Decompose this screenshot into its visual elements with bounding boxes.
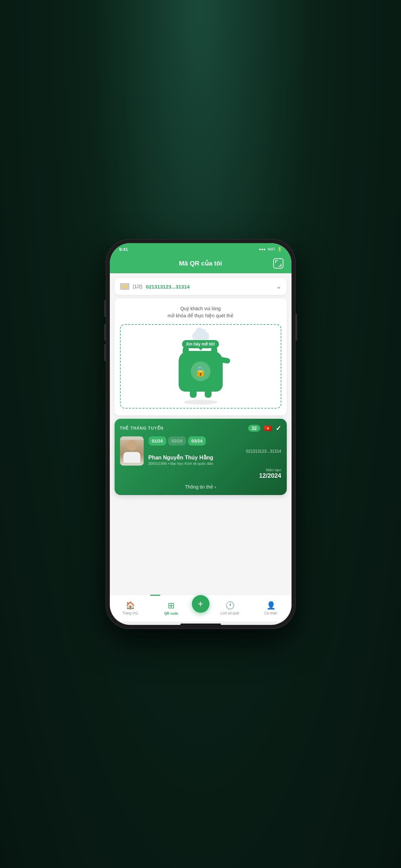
- month-badges: 01/24 02/24 03/24: [148, 436, 281, 446]
- membership-card: THẺ THÁNG TUYẾN 32 🇻🇳 ✓: [115, 419, 287, 495]
- card-info: 01/24 02/24 03/24 021313123...31314 Phan…: [148, 436, 281, 479]
- home-icon: 🏠: [126, 601, 135, 610]
- speech-bubble: Xin hãy mở tôi!: [182, 340, 219, 348]
- fab-add-button[interactable]: +: [192, 595, 209, 613]
- fab-plus-icon: +: [198, 599, 203, 609]
- mascot-shadow: [184, 400, 218, 405]
- month-badge-02: 02/24: [168, 436, 186, 446]
- card-chip-icon: [120, 283, 129, 290]
- dashed-qr-area: 😢 😢 Xin hãy mở tôi! 🔒: [120, 324, 281, 409]
- nav-item-qrcode[interactable]: ⊞ QR code: [151, 601, 192, 615]
- card-body: 01/24 02/24 03/24 021313123...31314 Phan…: [120, 436, 281, 479]
- flag-icon: 🇻🇳: [264, 424, 272, 432]
- nav-item-history[interactable]: 🕐 Lịch sử quét: [209, 601, 250, 615]
- status-bar: 9:41 ●●● WiFi 🔋: [110, 243, 292, 255]
- card-photo-img: [120, 440, 144, 466]
- wifi-icon: WiFi: [268, 247, 275, 251]
- card-photo: [120, 436, 144, 466]
- leg-right: [205, 390, 212, 398]
- signal-icon: ●●●: [259, 247, 266, 251]
- phone-frame: 9:41 ●●● WiFi 🔋 Mã QR của tôi (1/2) 0213…: [106, 239, 296, 629]
- card-footer-arrow: ›: [215, 484, 216, 490]
- qrcode-icon: ⊞: [168, 601, 175, 610]
- card-footer-text: Thông tin thẻ: [185, 484, 213, 490]
- card-expiry-label: Niên hạn: [266, 468, 281, 472]
- nav-label-profile: Cá nhân: [264, 611, 277, 615]
- status-time: 9:41: [119, 247, 128, 252]
- card-number: 021313123...31314: [146, 284, 189, 290]
- lock-icon: 🔒: [195, 366, 206, 377]
- mascot-lock-circle: 🔒: [191, 361, 210, 381]
- month-badge-01: 01/24: [148, 436, 166, 446]
- home-indicator: [180, 624, 221, 625]
- leg-left: [190, 390, 197, 398]
- nav-active-indicator: [150, 595, 160, 596]
- mascot-tail: [219, 357, 230, 364]
- main-content: (1/2) 021313123...31314 ⌄ Quý khách vui …: [110, 273, 292, 594]
- battery-icon: 🔋: [277, 247, 282, 252]
- cloud-icon: [192, 332, 209, 341]
- header: Mã QR của tôi: [110, 255, 292, 273]
- chevron-down-icon: ⌄: [276, 283, 281, 290]
- card-account-number: 021313123...31314: [148, 449, 281, 454]
- lock-message: Quý khách vui lòng mở khóa để thực hiện …: [120, 305, 281, 319]
- profile-icon: 👤: [266, 601, 276, 610]
- card-expiry-value: 12/2024: [259, 472, 281, 479]
- scan-qr-icon[interactable]: [273, 258, 283, 269]
- mascot-legs: [190, 390, 212, 398]
- lock-message-text: Quý khách vui lòng mở khóa để thực hiện …: [167, 306, 233, 318]
- card-type-label: THẺ THÁNG TUYẾN: [120, 426, 164, 431]
- card-holder-name: Phan Nguyễn Thúy Hằng: [148, 454, 281, 461]
- check-icon: ✓: [276, 424, 281, 432]
- person-body: [123, 452, 140, 463]
- nav-item-home[interactable]: 🏠 Trang chủ: [110, 601, 151, 615]
- phone-screen: 9:41 ●●● WiFi 🔋 Mã QR của tôi (1/2) 0213…: [110, 243, 292, 625]
- card-footer-link[interactable]: Thông tin thẻ ›: [120, 484, 281, 490]
- lock-section: Quý khách vui lòng mở khóa để thực hiện …: [115, 298, 287, 415]
- card-header: THẺ THÁNG TUYẾN 32 🇻🇳 ✓: [120, 424, 281, 432]
- card-count: (1/2): [133, 284, 143, 289]
- nav-label-qrcode: QR code: [164, 612, 178, 615]
- person-head: [126, 440, 137, 451]
- card-expiry: Niên hạn 12/2024: [148, 468, 281, 479]
- month-badge-03: 03/24: [188, 436, 206, 446]
- card-dob-school: 30/01/1996 • Đại học Kinh tế quốc dân: [148, 461, 281, 466]
- mascot: 😢 😢 Xin hãy mở tôi! 🔒: [124, 332, 277, 405]
- mascot-body: Xin hãy mở tôi! 🔒: [179, 351, 223, 392]
- history-icon: 🕐: [225, 601, 235, 610]
- nav-item-profile[interactable]: 👤 Cá nhân: [250, 601, 292, 615]
- card-number-badge: 32: [248, 425, 260, 432]
- nav-label-history: Lịch sử quét: [220, 611, 239, 615]
- bottom-nav: 🏠 Trang chủ ⊞ QR code + 🕐 Lịch sử quét 👤…: [110, 594, 292, 622]
- page-title: Mã QR của tôi: [179, 259, 222, 267]
- card-selector[interactable]: (1/2) 021313123...31314 ⌄: [115, 278, 287, 295]
- nav-label-home: Trang chủ: [122, 611, 138, 615]
- status-icons: ●●● WiFi 🔋: [259, 247, 282, 252]
